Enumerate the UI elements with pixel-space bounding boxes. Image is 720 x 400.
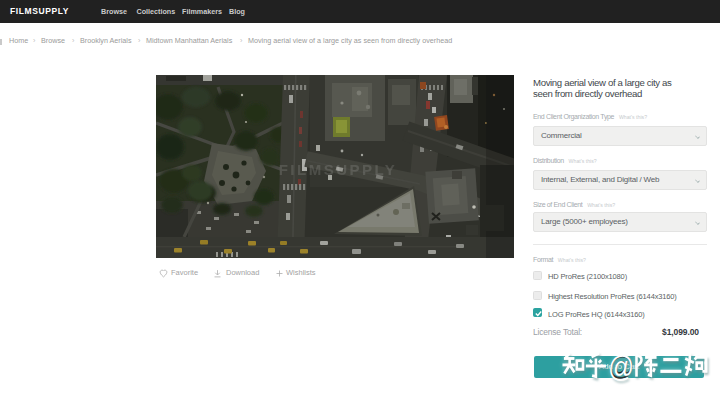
svg-text:FILMSUPPLY: FILMSUPPLY — [279, 161, 398, 178]
